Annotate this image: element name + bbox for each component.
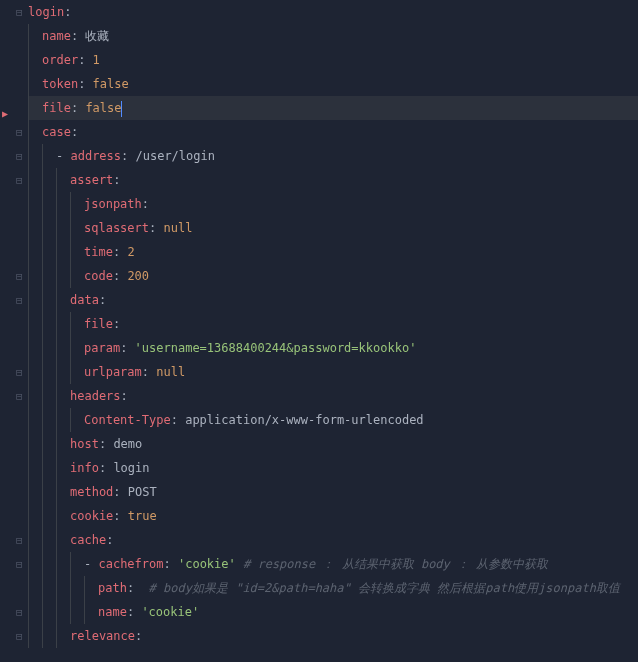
code-line[interactable]: path: # body如果是 "id=2&path=haha" 会转换成字典 … <box>28 576 638 600</box>
code-line[interactable]: name: 收藏 <box>28 24 638 48</box>
code-line[interactable]: token: false <box>28 72 638 96</box>
text-cursor <box>121 101 122 117</box>
fold-icon[interactable]: ⊟ <box>16 1 23 25</box>
code-line[interactable]: case: <box>28 120 638 144</box>
editor-gutter: ▶⊟⊟⊟⊟⊟⊟⊟⊟⊟⊟⊟⊟ <box>0 0 28 662</box>
code-line[interactable]: sqlassert: null <box>28 216 638 240</box>
code-line[interactable]: code: 200 <box>28 264 638 288</box>
code-line[interactable]: cache: <box>28 528 638 552</box>
code-line[interactable]: Content-Type: application/x-www-form-url… <box>28 408 638 432</box>
code-line[interactable]: jsonpath: <box>28 192 638 216</box>
fold-icon[interactable]: ⊟ <box>16 169 23 193</box>
code-line[interactable]: - cachefrom: 'cookie' # response ： 从结果中获… <box>28 552 638 576</box>
fold-icon[interactable]: ⊟ <box>16 385 23 409</box>
code-area[interactable]: login:name: 收藏order: 1token: falsefile: … <box>28 0 638 648</box>
fold-icon[interactable]: ⊟ <box>16 121 23 145</box>
code-line[interactable]: headers: <box>28 384 638 408</box>
code-line[interactable]: order: 1 <box>28 48 638 72</box>
code-line[interactable]: urlparam: null <box>28 360 638 384</box>
code-line[interactable]: login: <box>28 0 638 24</box>
fold-icon[interactable]: ⊟ <box>16 361 23 385</box>
fold-icon[interactable]: ⊟ <box>16 145 23 169</box>
fold-icon[interactable]: ⊟ <box>16 601 23 625</box>
breakpoint-icon[interactable]: ▶ <box>2 102 8 126</box>
code-line[interactable]: relevance: <box>28 624 638 648</box>
code-line[interactable]: param: 'username=13688400244&password=kk… <box>28 336 638 360</box>
fold-icon[interactable]: ⊟ <box>16 289 23 313</box>
fold-icon[interactable]: ⊟ <box>16 625 23 649</box>
fold-icon[interactable]: ⊟ <box>16 553 23 577</box>
code-line[interactable]: data: <box>28 288 638 312</box>
code-line[interactable]: time: 2 <box>28 240 638 264</box>
code-line[interactable]: host: demo <box>28 432 638 456</box>
code-line[interactable]: cookie: true <box>28 504 638 528</box>
code-line[interactable]: file: <box>28 312 638 336</box>
code-line[interactable]: info: login <box>28 456 638 480</box>
code-line[interactable]: name: 'cookie' <box>28 600 638 624</box>
fold-icon[interactable]: ⊟ <box>16 265 23 289</box>
fold-icon[interactable]: ⊟ <box>16 529 23 553</box>
code-line[interactable]: assert: <box>28 168 638 192</box>
code-line[interactable]: file: false <box>28 96 638 120</box>
code-line[interactable]: - address: /user/login <box>28 144 638 168</box>
code-line[interactable]: method: POST <box>28 480 638 504</box>
